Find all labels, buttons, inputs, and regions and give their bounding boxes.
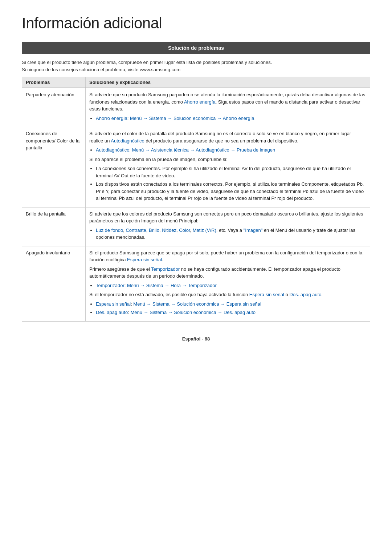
problem-cell: Conexiones de componentes/ Color de la p… bbox=[22, 127, 86, 207]
page-title: Información adicional bbox=[22, 15, 370, 32]
solution-cell: Si el producto Samsung parece que se apa… bbox=[86, 246, 370, 321]
problem-cell: Apagado involuntario bbox=[22, 246, 86, 321]
solution-cell: Si advierte que el color de la pantalla … bbox=[86, 127, 370, 207]
problem-cell: Brillo de la pantalla bbox=[22, 207, 86, 246]
section-header: Solución de problemas bbox=[22, 42, 370, 54]
solution-cell: Si advierte que los colores del producto… bbox=[86, 207, 370, 246]
intro-line-1: Si cree que el producto tiene algún prob… bbox=[22, 59, 370, 66]
intro-line-2: Si ninguno de los consejos soluciona el … bbox=[22, 66, 370, 73]
problems-table: Problemas Soluciones y explicaciones Par… bbox=[22, 77, 370, 322]
col2-header: Soluciones y explicaciones bbox=[86, 77, 370, 88]
col1-header: Problemas bbox=[22, 77, 86, 88]
solution-cell: Si advierte que su producto Samsung parp… bbox=[86, 88, 370, 127]
page-footer: Español - 68 bbox=[22, 336, 370, 342]
problem-cell: Parpadeo y atenuación bbox=[22, 88, 86, 127]
